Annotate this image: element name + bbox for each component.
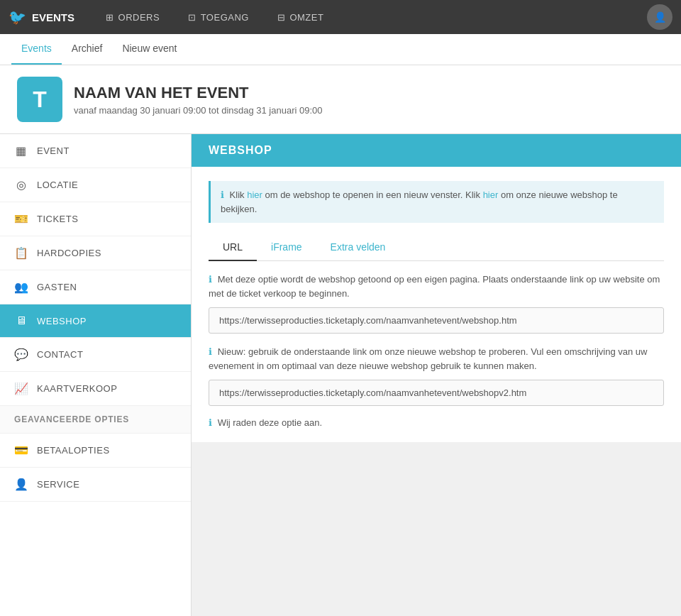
toegang-label: TOEGANG xyxy=(201,12,249,23)
sidebar-item-hardcopies[interactable]: 📋 HARDCOPIES xyxy=(0,236,191,270)
event-subtitle: vanaf maandag 30 januari 09:00 tot dinsd… xyxy=(74,105,323,116)
sidebar-item-event[interactable]: ▦ EVENT xyxy=(0,134,191,168)
url-field-2[interactable]: https://terwisseproducties.ticketaply.co… xyxy=(209,380,664,406)
avatar-icon: 👤 xyxy=(654,11,666,23)
sidebar-label-webshop: WEBSHOP xyxy=(37,316,87,326)
sidebar-label-kaartverkoop: KAARTVERKOOP xyxy=(37,383,117,394)
locatie-icon: ◎ xyxy=(14,178,28,192)
event-icon-nav: ▦ xyxy=(14,144,28,158)
avatar[interactable]: 👤 xyxy=(647,4,672,30)
toegang-icon: ⊡ xyxy=(188,12,196,23)
url-field-1[interactable]: https://terwisseproducties.ticketaply.co… xyxy=(209,307,664,334)
event-title: NAAM VAN HET EVENT xyxy=(74,84,323,102)
sidebar-label-gasten: GASTEN xyxy=(37,282,77,292)
section1-info-icon: ℹ xyxy=(209,274,212,285)
nav-toegang[interactable]: ⊡ TOEGANG xyxy=(174,0,263,34)
sidebar-label-hardcopies: HARDCOPIES xyxy=(37,248,101,258)
brand-icon: 🐦 xyxy=(9,9,26,26)
sidebar-section-geavanceerd: GEAVANCEERDE OPTIES xyxy=(0,406,191,434)
nav-omzet[interactable]: ⊟ OMZET xyxy=(263,0,338,34)
top-nav: 🐦 EVENTS ⊞ ORDERS ⊡ TOEGANG ⊟ OMZET 👤 xyxy=(0,0,681,34)
link-here-2[interactable]: hier xyxy=(483,189,499,200)
main-layout: ▦ EVENT ◎ LOCATIE 🎫 TICKETS 📋 HARDCOPIES… xyxy=(0,134,681,616)
content-area: WEBSHOP ℹ Klik hier om de webshop te ope… xyxy=(192,134,681,616)
kaartverkoop-icon: 📈 xyxy=(14,382,28,395)
brand[interactable]: 🐦 EVENTS xyxy=(9,9,74,26)
section1-info: ℹ Met deze optie wordt de webshop getoon… xyxy=(209,273,664,300)
orders-label: ORDERS xyxy=(118,12,160,23)
section2-info-icon: ℹ xyxy=(209,346,212,357)
sidebar-item-service[interactable]: 👤 SERVICE xyxy=(0,468,191,502)
hardcopies-icon: 📋 xyxy=(14,246,28,260)
sidebar-item-locatie[interactable]: ◎ LOCATIE xyxy=(0,168,191,202)
tab-extra-velden[interactable]: Extra velden xyxy=(316,234,400,261)
event-info: NAAM VAN HET EVENT vanaf maandag 30 janu… xyxy=(74,84,323,116)
tickets-icon: 🎫 xyxy=(14,212,28,226)
subnav-nieuw-event[interactable]: Nieuw event xyxy=(112,33,187,65)
sidebar-label-contact: CONTACT xyxy=(37,349,83,360)
info-box-top: ℹ Klik hier om de webshop te openen in e… xyxy=(209,181,664,223)
sidebar-item-webshop[interactable]: 🖥 WEBSHOP xyxy=(0,304,191,338)
subnav-archief[interactable]: Archief xyxy=(62,33,113,65)
omzet-label: OMZET xyxy=(289,12,323,23)
sidebar-label-event: EVENT xyxy=(37,145,70,156)
sidebar-item-contact[interactable]: 💬 CONTACT xyxy=(0,338,191,372)
omzet-icon: ⊟ xyxy=(277,12,286,23)
content-title: WEBSHOP xyxy=(192,134,681,167)
brand-label: EVENTS xyxy=(32,11,74,23)
subnav-events[interactable]: Events xyxy=(11,33,62,65)
service-icon: 👤 xyxy=(14,478,28,491)
section2-info: ℹ Nieuw: gebruik de onderstaande link om… xyxy=(209,345,664,373)
sub-nav: Events Archief Nieuw event xyxy=(0,34,681,65)
tab-iframe[interactable]: iFrame xyxy=(257,234,316,261)
sidebar-item-betaalopties[interactable]: 💳 BETAALOPTIES xyxy=(0,434,191,468)
contact-icon: 💬 xyxy=(14,348,28,361)
sidebar-label-locatie: LOCATIE xyxy=(37,180,78,190)
info-icon-top: ℹ xyxy=(221,189,224,200)
event-header: T NAAM VAN HET EVENT vanaf maandag 30 ja… xyxy=(0,65,681,134)
sidebar: ▦ EVENT ◎ LOCATIE 🎫 TICKETS 📋 HARDCOPIES… xyxy=(0,134,192,616)
sidebar-label-service: SERVICE xyxy=(37,479,79,490)
recommend-text: ℹ Wij raden deze optie aan. xyxy=(209,417,664,428)
orders-icon: ⊞ xyxy=(106,12,114,23)
webshop-icon: 🖥 xyxy=(14,314,28,327)
gasten-icon: 👥 xyxy=(14,280,28,294)
content-body: ℹ Klik hier om de webshop te openen in e… xyxy=(192,167,681,442)
top-nav-items: ⊞ ORDERS ⊡ TOEGANG ⊟ OMZET xyxy=(92,0,647,34)
tabs: URL iFrame Extra velden xyxy=(209,234,664,261)
sidebar-label-tickets: TICKETS xyxy=(37,214,78,224)
sidebar-label-betaalopties: BETAALOPTIES xyxy=(37,445,110,456)
tab-url[interactable]: URL xyxy=(209,234,257,261)
nav-orders[interactable]: ⊞ ORDERS xyxy=(92,0,174,34)
betaalopties-icon: 💳 xyxy=(14,444,28,457)
event-icon: T xyxy=(17,77,62,122)
sidebar-item-tickets[interactable]: 🎫 TICKETS xyxy=(0,202,191,236)
recommend-icon: ℹ xyxy=(209,417,212,428)
sidebar-item-gasten[interactable]: 👥 GASTEN xyxy=(0,270,191,304)
sidebar-item-kaartverkoop[interactable]: 📈 KAARTVERKOOP xyxy=(0,372,191,406)
link-here-1[interactable]: hier xyxy=(247,189,262,200)
